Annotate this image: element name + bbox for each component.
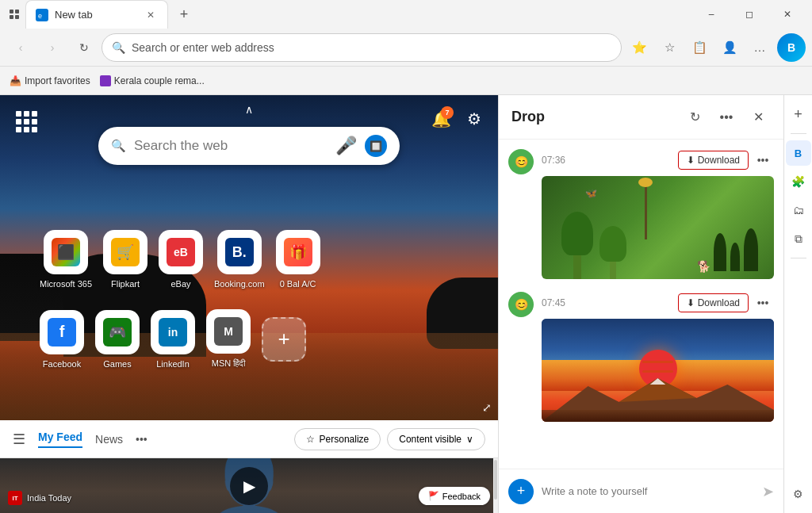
app-icons-row-1: ⬛ Microsoft 365 🛒 Flipkart eB eBay [40, 230, 458, 289]
add-favorite-icon[interactable]: ⭐ [625, 33, 653, 62]
settings-button[interactable]: ⚙ [460, 105, 488, 133]
collections-icon[interactable]: 📋 [685, 33, 714, 62]
minimize-button[interactable]: – [693, 0, 730, 29]
download-label-1: Download [698, 155, 740, 166]
apps-grid-button[interactable] [13, 108, 40, 136]
active-tab[interactable]: e New tab ✕ [25, 0, 168, 29]
bing-button[interactable]: B [777, 33, 806, 62]
sidebar-collections-icon[interactable]: 🗂 [786, 197, 811, 223]
app-icon-balance[interactable]: 🎁 0 Bal A/C [276, 230, 320, 289]
drop-close-button[interactable]: ✕ [745, 105, 771, 130]
hero-top-icons: 🔔 7 ⚙ [427, 105, 488, 133]
sidebar-split-icon[interactable]: ⧉ [786, 226, 811, 251]
app-label-balance: 0 Bal A/C [280, 279, 316, 289]
feed-actions: ☆ Personalize Content visible ∨ [294, 428, 485, 450]
content-visible-label: Content visible [399, 434, 462, 445]
drop-timestamp-1: 07:36 [542, 155, 565, 166]
tab-close-button[interactable]: ✕ [144, 8, 158, 22]
hero-search-container: 🔍 Search the web 🎤 🔲 [98, 127, 400, 165]
tab-overview-btn[interactable] [6, 6, 22, 22]
message-more-button-1[interactable]: ••• [752, 149, 774, 171]
hero-collapse-button[interactable]: ∧ [245, 103, 253, 116]
message-more-button-2[interactable]: ••• [752, 292, 774, 314]
sidebar-divider-1 [791, 133, 806, 134]
download-label-2: Download [698, 297, 740, 308]
news-card: 👤 ▶ IT India Today 🚩 Feedback [0, 458, 498, 513]
sidebar-bing-icon[interactable]: B [786, 140, 811, 166]
silhouette-1 [714, 233, 726, 271]
add-shortcut-button[interactable]: + [262, 317, 306, 362]
tree-2 [597, 220, 629, 279]
feedback-button[interactable]: 🚩 Feedback [419, 487, 490, 505]
feed-more-button[interactable]: ••• [136, 433, 147, 446]
personalize-label: Personalize [320, 434, 370, 445]
app-icon-booking[interactable]: B. Booking.com [214, 230, 265, 289]
butterfly: 🦋 [585, 188, 597, 199]
drop-msg-header-1: 07:36 ⬇ Download ••• [542, 149, 774, 171]
page-scrollbar[interactable] [493, 458, 498, 513]
tab-favicon-icon: e [36, 9, 48, 21]
download-button-2[interactable]: ⬇ Download [678, 293, 749, 312]
drop-text-input[interactable] [542, 485, 754, 497]
play-button[interactable]: ▶ [230, 467, 268, 505]
kerala-label: Kerala couple rema... [114, 75, 205, 86]
sidebar-extensions-icon[interactable]: 🧩 [786, 169, 811, 194]
hero-search-bar[interactable]: 🔍 Search the web 🎤 🔲 [98, 127, 400, 165]
app-icon-ebay[interactable]: eB eBay [159, 230, 203, 289]
address-bar[interactable]: 🔍 Search or enter web address [102, 33, 622, 62]
app-icons-row-2: f Facebook 🎮 Games in LinkedIn [40, 309, 458, 369]
sidebar-add-button[interactable]: + [786, 101, 811, 127]
new-tab-button[interactable]: + [171, 2, 197, 27]
personalize-button[interactable]: ☆ Personalize [294, 428, 381, 450]
hero-expand-button[interactable]: ⤢ [482, 401, 492, 414]
water [542, 410, 774, 422]
browser-page: ∧ 🔍 Search the web 🎤 🔲 🔔 7 ⚙ [0, 95, 498, 513]
app-icon-games[interactable]: 🎮 Games [95, 310, 140, 369]
grid-dot [24, 111, 29, 117]
feed-tab-news[interactable]: News [95, 433, 123, 446]
content-visible-button[interactable]: Content visible ∨ [387, 428, 485, 450]
drop-panel: Drop ↻ ••• ✕ 😊 07:36 ⬇ Download [498, 95, 783, 513]
forward-button[interactable]: › [38, 33, 67, 62]
tab-label: New tab [55, 9, 93, 21]
import-favorites-link[interactable]: 📥 Import favorites [10, 75, 90, 86]
drop-refresh-button[interactable]: ↻ [682, 105, 707, 130]
download-button-1[interactable]: ⬇ Download [678, 151, 749, 170]
app-label-msn: MSN हिंदी [212, 358, 246, 369]
drop-header: Drop ↻ ••• ✕ [499, 95, 783, 140]
news-image: 👤 ▶ IT India Today 🚩 Feedback [0, 458, 498, 513]
feed-header: ☰ My Feed News ••• ☆ Personalize Content… [0, 420, 498, 458]
visual-search-icon[interactable]: 🔲 [365, 135, 387, 157]
navigation-bar: ‹ › ↻ 🔍 Search or enter web address ⭐ ☆ … [0, 29, 812, 67]
app-label-flipkart: Flipkart [111, 279, 140, 289]
drop-avatar-2: 😊 [508, 292, 534, 317]
app-icon-msn[interactable]: M MSN हिंदी [206, 309, 251, 369]
settings-more-icon[interactable]: … [745, 33, 774, 62]
drop-add-button[interactable]: + [508, 479, 534, 504]
notifications-button[interactable]: 🔔 7 [427, 105, 455, 133]
microphone-icon[interactable]: 🎤 [335, 136, 357, 156]
drop-msg-header-2: 07:45 ⬇ Download ••• [542, 292, 774, 314]
favorites-icon[interactable]: ☆ [655, 33, 684, 62]
back-button[interactable]: ‹ [6, 33, 35, 62]
kerala-link[interactable]: Kerala couple rema... [100, 75, 205, 86]
silhouette-2 [730, 243, 740, 271]
drop-send-button[interactable]: ➤ [762, 483, 774, 500]
app-icon-facebook[interactable]: f Facebook [40, 310, 84, 369]
svg-text:e: e [38, 12, 42, 20]
refresh-button[interactable]: ↻ [70, 33, 98, 62]
app-label-ebay: eBay [170, 279, 190, 289]
profile-icon[interactable]: 👤 [715, 33, 744, 62]
app-icon-flipkart[interactable]: 🛒 Flipkart [103, 230, 147, 289]
lamp-light [638, 178, 653, 187]
maximize-button[interactable]: ◻ [731, 0, 768, 29]
app-icon-microsoft365[interactable]: ⬛ Microsoft 365 [40, 230, 92, 289]
drop-more-button[interactable]: ••• [714, 105, 739, 130]
tree-1 [557, 208, 597, 279]
feed-tab-myfeed[interactable]: My Feed [38, 431, 82, 448]
grid-dot [16, 111, 21, 117]
sidebar-settings-icon[interactable]: ⚙ [786, 481, 811, 507]
feed-menu-button[interactable]: ☰ [13, 431, 25, 448]
app-icon-linkedin[interactable]: in LinkedIn [151, 310, 195, 369]
close-button[interactable]: ✕ [769, 0, 806, 29]
